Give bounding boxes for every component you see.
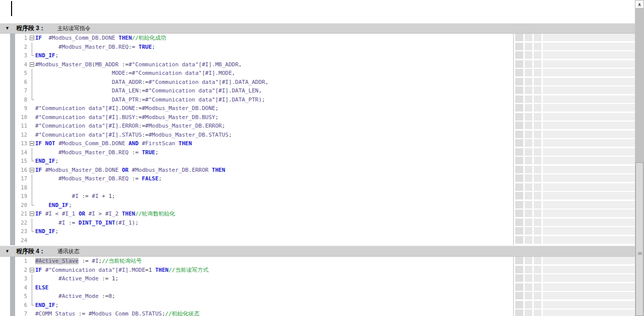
network-3-code-area[interactable]: 1IF #Modbus_Comm_DB.DONE THEN//初始化成功2 #M… — [0, 34, 635, 245]
code-operand: #Modbus_Master_DB.DONE — [142, 105, 215, 112]
code-line[interactable]: 23END_IF; — [15, 227, 513, 236]
code-editor-pane[interactable]: 1IF #Modbus_Comm_DB.DONE THEN//初始化成功2 #M… — [15, 34, 513, 245]
code-line[interactable]: 24 — [15, 236, 513, 245]
fold-column — [29, 86, 35, 95]
code-editor-pane[interactable]: 1#Active_Slave := #I;//当前轮询站号2IF #"Commu… — [15, 257, 513, 316]
column-cell — [543, 60, 635, 68]
code-operand — [35, 193, 72, 199]
line-number: 16 — [15, 166, 29, 175]
collapse-triangle-icon[interactable]: ▼ — [5, 249, 10, 254]
fold-guide-end — [32, 201, 34, 205]
code-line[interactable]: 9#"Communication data"[#I].DONE:=#Modbus… — [15, 104, 513, 113]
code-line[interactable]: 4#Modbus_Master_DB(MB_ADDR :=#"Communica… — [15, 60, 513, 69]
code-line[interactable]: 1#Active_Slave := #I;//当前轮询站号 — [15, 257, 513, 266]
code-text: DATA_LEN:=#"Communication data"[#I].DATA… — [35, 86, 262, 95]
code-operand: DATA_ADDR — [112, 79, 142, 85]
fold-collapse-icon[interactable] — [30, 62, 34, 67]
network-3-header[interactable]: ▼ 程序段 3： 主站读写指令 — [0, 23, 635, 34]
code-line[interactable]: 1IF #Modbus_Comm_DB.DONE THEN//初始化成功 — [15, 34, 513, 43]
line-number: 3 — [15, 51, 29, 60]
column-cell — [534, 78, 541, 85]
code-operand: ; — [155, 149, 158, 156]
code-line[interactable]: 6 DATA_ADDR:=#"Communication data"[#I].D… — [15, 78, 513, 87]
code-comment: //当前读写方式 — [169, 267, 208, 273]
operand-column-row — [514, 266, 635, 275]
code-line[interactable]: 21IF #I < #I_1 OR #I > #I_2 THEN//轮询数初始化 — [15, 209, 513, 219]
scroll-thumb[interactable] — [635, 162, 643, 316]
collapse-triangle-icon[interactable]: ▼ — [5, 26, 10, 31]
code-line[interactable]: 2 #Modbus_Master_DB.REQ:= TRUE; — [15, 43, 513, 52]
code-line[interactable]: 7 DATA_LEN:=#"Communication data"[#I].DA… — [15, 86, 513, 95]
code-operand: ; — [158, 175, 162, 182]
code-line[interactable]: 3 #Active_Mode := 1; — [15, 274, 513, 283]
code-line[interactable]: 6END_IF; — [15, 301, 513, 310]
code-operand: #"Communication data"[#I].DATA_PTR — [145, 96, 259, 103]
code-operand: #I — [45, 210, 52, 217]
line-number: 23 — [15, 227, 29, 236]
code-operand: #Modbus_Master_DB.BUSY — [142, 114, 215, 121]
code-operand: := — [65, 220, 79, 226]
column-cell — [515, 201, 523, 208]
code-text: #"Communication data"[#I].ERROR:=#Modbus… — [35, 122, 225, 131]
code-line[interactable]: 13IF NOT #Modbus_Comm_DB.DONE AND #First… — [15, 139, 513, 148]
code-line[interactable]: 10#"Communication data"[#I].BUSY:=#Modbu… — [15, 113, 513, 122]
code-line[interactable]: 19 #I := #I + 1; — [15, 192, 513, 201]
code-operand — [35, 149, 58, 156]
column-cell — [534, 236, 541, 244]
code-line[interactable]: 16IF #Modbus_Master_DB.DONE OR #Modbus_M… — [15, 166, 513, 175]
code-line[interactable]: 22 #I := DINT_TO_INT(#I_1); — [15, 219, 513, 228]
code-line[interactable]: 15END_IF; — [15, 157, 513, 166]
column-cell — [515, 257, 523, 264]
vertical-scrollbar[interactable]: ∧ — [635, 0, 644, 316]
code-operand: #I — [58, 220, 65, 226]
column-cell — [534, 257, 541, 264]
network-4-code-area[interactable]: 1#Active_Slave := #I;//当前轮询站号2IF #"Commu… — [0, 257, 635, 316]
editor-column-divider — [513, 34, 514, 245]
fold-collapse-icon[interactable] — [30, 212, 34, 216]
fold-collapse-icon[interactable] — [30, 36, 34, 40]
code-line[interactable]: 5 #Active_Mode :=0; — [15, 292, 513, 301]
code-line[interactable]: 5 MODE:=#"Communication data"[#I].MODE, — [15, 69, 513, 78]
fold-collapse-icon[interactable] — [30, 141, 34, 146]
code-operand: #Modbus_Master_DB.REQ — [58, 175, 128, 182]
left-margin-strip — [10, 34, 15, 245]
fold-collapse-icon[interactable] — [30, 268, 34, 272]
column-cell — [534, 283, 541, 291]
code-line[interactable]: 11#"Communication data"[#I].ERROR:=#Modb… — [15, 122, 513, 131]
code-line[interactable]: 17 #Modbus_Master_DB.REQ := FALSE; — [15, 174, 513, 183]
code-line[interactable]: 7#COMM_Status := #Modbus_Comm_DB.STATUS;… — [15, 309, 513, 316]
line-number: 14 — [15, 148, 29, 157]
code-line[interactable]: 14 #Modbus_Master_DB.REQ := TRUE; — [15, 148, 513, 157]
fold-column — [29, 113, 35, 122]
operand-column-row — [514, 51, 635, 60]
line-number: 15 — [15, 157, 29, 166]
code-line[interactable]: 3END_IF; — [15, 51, 513, 60]
column-cell — [534, 174, 541, 182]
code-line[interactable]: 4ELSE — [15, 283, 513, 292]
code-line[interactable]: 18 — [15, 183, 513, 192]
code-operand — [35, 275, 58, 282]
code-line[interactable]: 8 DATA_PTR:=#"Communication data"[#I].DA… — [15, 95, 513, 104]
line-number: 2 — [15, 43, 29, 52]
code-keyword: THEN — [212, 167, 225, 173]
line-number: 6 — [15, 301, 29, 310]
network-comment-area[interactable] — [0, 0, 635, 23]
code-operand: #I_1 — [119, 220, 132, 226]
code-operand: #"Communication data"[#I].DATA_LEN — [145, 87, 259, 94]
column-cell — [525, 283, 532, 291]
code-text: #"Communication data"[#I].DONE:=#Modbus_… — [35, 104, 218, 113]
network-4-header[interactable]: ▼ 程序段 4： 通讯状态 — [0, 246, 635, 257]
line-number: 24 — [15, 236, 29, 245]
code-operand — [35, 79, 112, 85]
code-line[interactable]: 12#"Communication data"[#I].STATUS:=#Mod… — [15, 131, 513, 140]
column-cell — [515, 131, 523, 138]
column-cell — [525, 95, 532, 103]
code-keyword: OR — [122, 167, 128, 173]
column-cell — [534, 51, 541, 59]
code-keyword: END_IF — [35, 302, 55, 308]
fold-collapse-icon[interactable] — [30, 168, 34, 172]
code-line[interactable]: 20 END_IF; — [15, 201, 513, 210]
scroll-up-button[interactable]: ∧ — [635, 0, 644, 9]
code-line[interactable]: 2IF #"Communication data"[#I].MODE=1 THE… — [15, 266, 513, 275]
code-text: DATA_PTR:=#"Communication data"[#I].DATA… — [35, 95, 265, 104]
